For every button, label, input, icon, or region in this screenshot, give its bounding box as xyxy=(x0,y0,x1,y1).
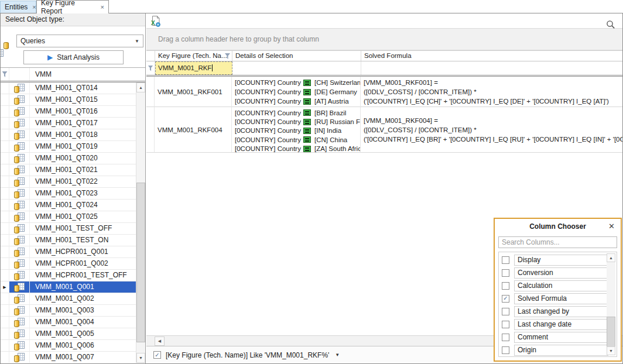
table-row[interactable]: VMM_M001_RKF004 [0COUNTRY] Country[BR] B… xyxy=(146,107,622,153)
column-option[interactable]: Last changed by xyxy=(499,305,617,318)
tab-key-figure-report[interactable]: Key Figure Report × xyxy=(36,0,109,13)
list-scrollbar[interactable]: ▲ ▼ xyxy=(136,83,145,363)
close-icon[interactable]: × xyxy=(96,4,104,11)
list-item[interactable]: VMM_M001_Q002 xyxy=(1,293,136,305)
list-item-label: VMM_H001_QT014 xyxy=(30,83,136,94)
column-option[interactable]: Conversion xyxy=(499,266,617,279)
list-item[interactable]: VMM_H001_QT017 xyxy=(1,118,136,129)
scroll-down-icon[interactable]: ▼ xyxy=(136,353,145,363)
column-option[interactable]: Comment xyxy=(499,331,617,344)
list-item[interactable]: VMM_H001_QT016 xyxy=(1,106,136,118)
list-item-label: VMM_M001_Q004 xyxy=(30,317,136,328)
list-item-label: VMM_H001_QT022 xyxy=(30,176,136,187)
list-item[interactable]: VMM_H001_QT019 xyxy=(1,141,136,153)
column-option[interactable]: Origin xyxy=(499,344,617,356)
selection-value: [AT] Austria xyxy=(314,98,349,105)
formula-filter-cell[interactable] xyxy=(361,61,622,75)
row-indicator xyxy=(1,141,9,152)
tree-filter-input[interactable]: VMM xyxy=(30,68,145,81)
chooser-scrollbar[interactable]: ▲ ▼ xyxy=(607,253,615,355)
row-indicator xyxy=(1,235,9,246)
scroll-up-icon[interactable]: ▲ xyxy=(607,253,615,262)
list-item[interactable]: VMM_H001_QT025 xyxy=(1,211,136,223)
formula-line: ([0DLV_COSTS] / [0CONTR_ITEM]) * xyxy=(364,125,622,135)
query-icon-cell xyxy=(9,106,30,117)
column-checkbox-checked[interactable]: ✓ xyxy=(502,295,509,303)
query-icon-cell xyxy=(9,340,30,351)
group-by-hint: Drag a column header here to group by th… xyxy=(158,35,319,43)
filter-dropdown-icon[interactable]: ▼ xyxy=(335,352,340,358)
formula-line: [VMM_M001_RKF004] = xyxy=(364,116,622,125)
list-item[interactable]: VMM_M001_Q007 xyxy=(1,352,136,363)
column-checkbox[interactable] xyxy=(502,346,509,354)
list-item[interactable]: VMM_H001_QT015 xyxy=(1,94,136,106)
column-header-solved-formula[interactable]: Solved Formula xyxy=(361,51,622,61)
list-item[interactable]: VMM_H001_TEST_ON xyxy=(1,235,136,246)
row-indicator xyxy=(1,106,9,117)
start-analysis-button[interactable]: ▶ Start Analysis xyxy=(23,50,124,64)
column-option[interactable]: Calculation xyxy=(499,279,617,292)
row-indicator xyxy=(1,270,9,281)
query-icon xyxy=(14,212,25,222)
column-option[interactable]: Last change date xyxy=(499,318,617,331)
column-checkbox[interactable] xyxy=(502,334,509,341)
column-checkbox[interactable] xyxy=(502,269,509,277)
list-item-selected[interactable]: ▶VMM_M001_Q001 xyxy=(1,281,136,293)
row-indicator xyxy=(1,328,9,339)
list-item[interactable]: VMM_H001_QT018 xyxy=(1,129,136,141)
list-item[interactable]: VMM_M001_Q003 xyxy=(1,305,136,317)
list-item[interactable]: VMM_M001_Q004 xyxy=(1,317,136,328)
query-icon xyxy=(14,189,25,198)
column-option[interactable]: ✓Solved Formula xyxy=(499,292,617,305)
key-figure-filter-input[interactable]: VMM_M001_RKF xyxy=(155,61,232,75)
column-checkbox[interactable] xyxy=(502,321,509,328)
include-equal-icon xyxy=(303,119,311,125)
list-item[interactable]: VMM_M001_Q005 xyxy=(1,328,136,340)
search-icon[interactable] xyxy=(606,20,615,31)
row-indicator xyxy=(1,83,9,94)
list-item[interactable]: VMM_H001_QT014 xyxy=(1,83,136,94)
list-item[interactable]: VMM_H001_QT024 xyxy=(1,200,136,211)
scrollbar-thumb[interactable] xyxy=(607,317,615,351)
list-item[interactable]: VMM_H001_QT020 xyxy=(1,153,136,164)
row-indicator xyxy=(1,153,9,164)
list-item[interactable]: VMM_H001_QT022 xyxy=(1,176,136,188)
table-row[interactable]: VMM_M001_RKF001 [0COUNTRY] Country[CH] S… xyxy=(146,77,622,107)
scroll-down-icon[interactable]: ▼ xyxy=(607,346,615,355)
column-checkbox[interactable] xyxy=(502,256,509,264)
scroll-up-icon[interactable]: ▲ xyxy=(136,83,145,92)
close-icon[interactable]: ✕ xyxy=(608,219,615,234)
list-item[interactable]: VMM_HCPR001_Q002 xyxy=(1,258,136,270)
active-filter-text[interactable]: [Key Figure (Tech. Name)] Like 'VMM_M001… xyxy=(166,351,329,359)
list-item[interactable]: VMM_M001_Q006 xyxy=(1,340,136,352)
export-to-excel-button[interactable]: X xyxy=(149,15,162,28)
column-option[interactable]: Display xyxy=(499,253,617,266)
button-label: Start Analysis xyxy=(57,53,100,61)
list-item[interactable]: VMM_H001_QT023 xyxy=(1,188,136,200)
scrollbar-thumb[interactable] xyxy=(136,183,145,342)
list-item[interactable]: VMM_HCPR001_Q001 xyxy=(1,246,136,258)
list-item[interactable]: VMM_H001_TEST_OFF xyxy=(1,223,136,235)
column-option-label: Last change date xyxy=(514,319,608,330)
filter-icon-cell[interactable] xyxy=(9,68,30,81)
list-item[interactable]: VMM_H001_QT021 xyxy=(1,164,136,176)
search-columns-input[interactable] xyxy=(498,236,617,248)
list-item[interactable]: VMM_HCPR001_TEST_OFF xyxy=(1,270,136,281)
list-item-label: VMM_H001_QT017 xyxy=(30,118,136,129)
details-filter-cell[interactable] xyxy=(232,61,361,75)
group-by-panel[interactable]: Drag a column header here to group by th… xyxy=(146,28,622,50)
close-icon[interactable]: × xyxy=(28,4,36,11)
list-item-label: VMM_HCPR001_TEST_OFF xyxy=(30,270,136,281)
row-indicator xyxy=(1,246,9,257)
column-checkbox[interactable] xyxy=(502,282,509,290)
scroll-left-icon[interactable]: ◀ xyxy=(155,336,165,346)
tab-entities[interactable]: Entities × xyxy=(0,1,36,13)
column-header-details[interactable]: Details of Selection xyxy=(232,51,361,61)
column-header-key-figure[interactable]: Key Figure (Tech. Na... xyxy=(155,51,232,61)
formula-line: ('[0COUNTRY] I_EQ [BR]' + '[0COUNTRY] I_… xyxy=(364,135,622,144)
filter-enabled-checkbox[interactable]: ✓ xyxy=(153,351,161,359)
list-item-label: VMM_M001_Q001 xyxy=(30,281,136,293)
column-checkbox[interactable] xyxy=(502,308,509,315)
object-type-dropdown[interactable]: Queries ▼ xyxy=(16,35,143,47)
grid-header-row: Key Figure (Tech. Na... Details of Selec… xyxy=(146,50,622,61)
